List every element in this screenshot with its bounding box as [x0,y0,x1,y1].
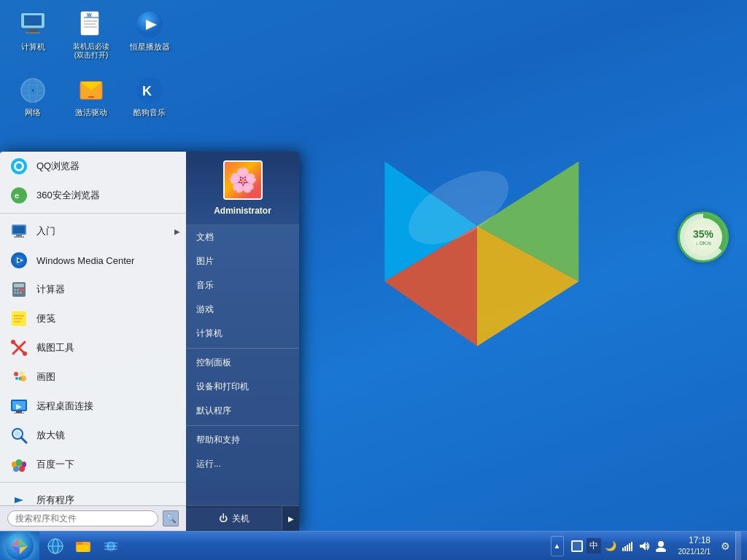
svg-rect-34 [13,226,25,233]
right-menu-devices-printers[interactable]: 设备和打印机 [186,375,299,399]
sticky-notes-label: 便笺 [36,312,55,325]
desktop-icon-row-2: 网络 激活驱动 K 酷狗音乐 [7,73,175,120]
svg-rect-44 [17,289,19,291]
volume-icon[interactable] [637,539,651,553]
right-menu-control-panel[interactable]: 控制面板 [186,351,299,375]
right-menu-games[interactable]: 游戏 [186,298,299,322]
svg-point-58 [14,372,18,376]
svg-text:W: W [87,12,92,18]
taskbar-explorer-icon[interactable] [70,533,96,559]
username-label: Administrator [214,206,271,216]
right-menu-pictures[interactable]: 图片 [186,249,299,273]
svg-rect-65 [16,411,22,413]
menu-item-paint[interactable]: 画图 [0,362,186,392]
show-desktop-button[interactable] [735,532,741,561]
start-button[interactable] [0,532,39,561]
right-menu-help-support[interactable]: 帮助和支持 [186,428,299,452]
tray-icons-group: 中 🌙 [567,538,671,553]
activate-driver-icon [77,76,106,105]
desktop-icon-activate-driver[interactable]: 激活驱动 [66,73,117,120]
desktop-icon-network[interactable]: 网络 [7,73,58,120]
svg-rect-88 [622,548,624,551]
menu-item-baidu[interactable]: 百度一下 [0,450,186,479]
svg-point-61 [15,377,18,380]
svg-point-94 [658,541,664,547]
magnifier-icon [9,425,29,446]
shutdown-arrow-button[interactable]: ▶ [282,506,299,531]
shutdown-icon: ⏻ [219,513,228,524]
all-programs-label: 所有程序 [36,494,74,505]
media-center-icon [9,250,29,271]
activate-driver-label: 激活驱动 [75,108,107,117]
readme-icon: W [77,10,106,39]
cpu-speed: ↓ 0K/s [695,240,711,246]
desktop-icon-qqmusic[interactable]: K 酷狗音乐 [124,73,175,120]
svg-rect-83 [77,545,89,552]
svg-rect-25 [88,96,94,98]
menu-item-all-programs[interactable]: 所有程序 [0,486,186,505]
menu-item-calculator[interactable]: 计算器 [0,275,186,304]
snipping-tool-icon [9,338,29,358]
taskbar-network-icon[interactable] [42,533,69,559]
right-menu-run[interactable]: 运行... [186,452,299,476]
calculator-icon [9,279,29,300]
media-player-icon [135,10,164,39]
tray-network-icon[interactable] [620,539,635,553]
right-separator-2 [186,425,299,426]
desktop-icon-media-player[interactable]: 恒星播放器 [124,7,175,63]
svg-rect-90 [627,545,628,551]
desktop-icon-computer[interactable]: 计算机 [7,7,58,63]
svg-rect-45 [20,289,24,291]
user-avatar[interactable] [223,160,263,200]
computer-icon [18,10,47,39]
shutdown-button[interactable]: ⏻ 关机 [186,508,282,530]
action-center-icon[interactable] [570,539,584,553]
desktop-icon-install-readme[interactable]: W 装机后必读(双击打开) [66,7,117,63]
right-menu-music[interactable]: 音乐 [186,273,299,298]
system-tray: ▲ 中 🌙 [545,532,748,561]
svg-point-62 [20,376,26,381]
right-menu-documents[interactable]: 文档 [186,225,299,249]
show-hidden-icons[interactable]: ▲ [551,536,564,556]
qqmusic-icon: K [135,76,164,105]
user-tray-icon[interactable] [654,539,668,553]
media-player-label: 恒星播放器 [130,42,170,52]
svg-rect-47 [17,292,19,294]
right-menu-default-programs[interactable]: 默认程序 [186,399,299,423]
paint-label: 画图 [36,370,55,384]
desktop-icon-row-1: 计算机 W 装机后必读(双击打开) [7,7,175,63]
windows-logo [338,88,616,350]
search-button[interactable]: 🔍 [163,510,179,526]
ime-label: 中 [589,540,598,551]
all-programs-icon [9,490,29,505]
avatar-image [225,162,261,198]
svg-text:K: K [142,84,152,98]
start-menu-left-panel: QQ浏览器 e 360安全浏览器 [0,152,186,531]
ime-indicator[interactable]: 中 [587,538,601,553]
right-menu-computer[interactable]: 计算机 [186,322,299,346]
cpu-meter-widget[interactable]: 35% ↓ 0K/s [678,211,729,262]
svg-marker-76 [15,497,23,503]
separator-1 [0,213,186,214]
menu-item-360-browser[interactable]: e 360安全浏览器 [0,181,186,210]
shutdown-label: 关机 [232,513,249,525]
svg-rect-91 [629,543,630,551]
menu-item-sticky-notes[interactable]: 便笺 [0,304,186,333]
menu-item-snipping-tool[interactable]: 截图工具 [0,333,186,362]
svg-rect-5 [26,32,40,34]
taskbar-ie-icon[interactable] [98,533,124,559]
gear-icon[interactable]: ⚙ [718,539,732,553]
svg-point-75 [22,462,26,467]
svg-rect-46 [14,292,16,294]
sleep-icon[interactable]: 🌙 [603,539,618,553]
menu-item-getting-started[interactable]: 入门 ▶ [0,217,186,246]
menu-item-qq-browser[interactable]: QQ浏览器 [0,152,186,181]
menu-item-media-center[interactable]: Windows Media Center [0,246,186,275]
tray-clock[interactable]: 17:18 2021/12/1 [674,534,716,557]
svg-point-74 [12,462,16,467]
search-input[interactable] [7,510,158,526]
menu-item-remote-desktop[interactable]: 远程桌面连接 [0,392,186,421]
start-menu-items: QQ浏览器 e 360安全浏览器 [0,152,186,505]
menu-item-magnifier[interactable]: 放大镜 [0,421,186,450]
getting-started-icon [9,221,29,241]
